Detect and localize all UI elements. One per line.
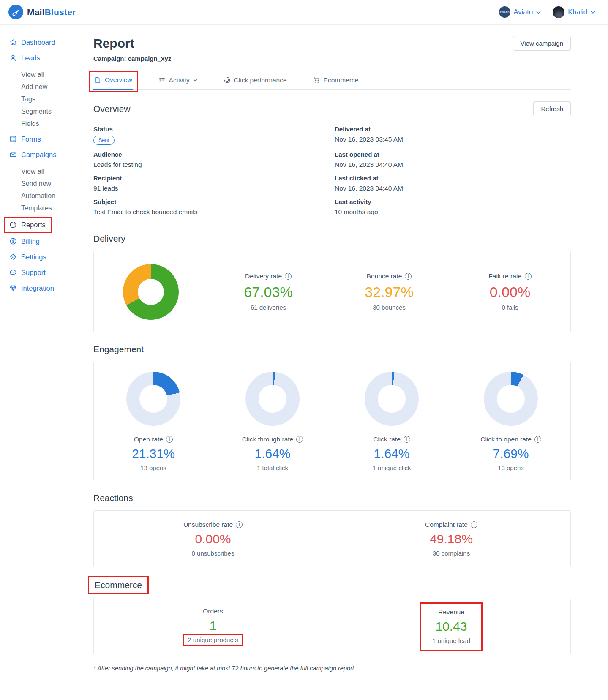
stat-label: Bounce rate	[367, 272, 402, 280]
stat-sub: 0 fails	[450, 304, 570, 311]
file-icon	[94, 76, 101, 84]
field-recipient: Recipient 91 leads	[93, 174, 335, 192]
click-rate-donut-chart	[365, 372, 419, 426]
sidebar-item-settings[interactable]: Settings	[9, 253, 87, 261]
open-rate-donut-chart	[126, 372, 180, 426]
engagement-card: Open rate 21.31% 13 opens Click through …	[93, 362, 571, 481]
sidebar-item-support[interactable]: Support	[9, 268, 87, 277]
open-rate-stat: Open rate 21.31% 13 opens	[94, 372, 213, 471]
stat-label: Click through rate	[242, 436, 293, 443]
sidebar: Dashboard Leads View all Add new Tags Se…	[0, 25, 87, 316]
sidebar-item-billing[interactable]: Billing	[9, 237, 87, 245]
sidebar-item-label: Dashboard	[21, 38, 55, 46]
paper-plane-icon	[8, 5, 23, 19]
info-icon[interactable]	[471, 521, 477, 528]
mailbluster-logo[interactable]: MailBluster	[8, 5, 76, 19]
view-campaign-button[interactable]: View campaign	[513, 36, 571, 51]
stat-sub: 13 opens	[94, 464, 213, 471]
sidebar-subitem-templates[interactable]: Templates	[21, 203, 87, 214]
sidebar-subitem-view-all[interactable]: View all	[21, 69, 87, 80]
gear-icon	[9, 253, 17, 261]
refresh-button[interactable]: Refresh	[533, 101, 571, 116]
tab-ecommerce[interactable]: Ecommerce	[312, 73, 360, 89]
info-icon[interactable]	[285, 273, 292, 280]
tab-label: Ecommerce	[324, 76, 359, 84]
ecommerce-card: Orders 1 2 unique products Revenue 10.43…	[93, 599, 571, 654]
annotation-box-reports: Reports	[4, 217, 52, 233]
info-icon[interactable]	[534, 436, 541, 443]
stat-label: Revenue	[432, 608, 470, 616]
sidebar-subitem-automation[interactable]: Automation	[21, 191, 87, 202]
tab-activity[interactable]: Activity	[158, 73, 198, 89]
chevron-down-icon	[536, 11, 541, 14]
tab-label: Overview	[105, 76, 132, 84]
sidebar-subitem-view-all[interactable]: View all	[21, 166, 87, 177]
bounce-rate-stat: Bounce rate 32.97% 30 bounces	[329, 272, 450, 311]
stat-sub: 30 complains	[332, 550, 570, 557]
sidebar-subitem-fields[interactable]: Fields	[21, 118, 87, 129]
delivery-donut-chart	[123, 264, 179, 320]
info-icon[interactable]	[405, 273, 412, 280]
sidebar-item-integration[interactable]: Integration	[9, 284, 87, 292]
complaint-rate-stat: Complaint rate 49.18% 30 complains	[332, 521, 570, 557]
sidebar-item-label: Leads	[21, 54, 40, 62]
account-menu[interactable]: AVIATO Aviato	[499, 6, 541, 18]
click-to-open-rate-stat: Click to open rate 7.69% 13 opens	[451, 372, 570, 471]
click-through-rate-donut-chart	[245, 372, 300, 426]
page-title: Report	[93, 36, 171, 51]
sidebar-subitem-send-new[interactable]: Send new	[21, 178, 87, 189]
stat-value: 0.00%	[94, 532, 332, 546]
info-icon[interactable]	[166, 436, 173, 443]
stat-label: Orders	[94, 607, 332, 615]
field-status: Status Sent	[93, 125, 335, 145]
sidebar-item-dashboard[interactable]: Dashboard	[9, 38, 87, 46]
stat-label: Complaint rate	[425, 521, 468, 528]
field-value: Nov 16, 2023 04:40 AM	[335, 161, 571, 169]
stat-value: 21.31%	[94, 447, 213, 461]
unsubscribe-rate-stat: Unsubscribe rate 0.00% 0 unsubscribes	[94, 521, 332, 557]
stat-value: 67.03%	[208, 284, 329, 300]
reactions-heading: Reactions	[93, 493, 133, 503]
stat-value: 1	[94, 618, 332, 633]
sidebar-subitem-add-new[interactable]: Add new	[21, 82, 87, 93]
info-icon[interactable]	[404, 436, 410, 443]
annotation-box-ecommerce-heading: Ecommerce	[88, 576, 149, 594]
field-label: Recipient	[93, 174, 335, 182]
tab-click-performance[interactable]: Click performance	[223, 73, 288, 89]
sidebar-item-campaigns[interactable]: Campaigns	[9, 150, 87, 159]
sidebar-item-label: Reports	[21, 221, 46, 229]
swirl-icon	[224, 76, 231, 84]
stat-value: 49.18%	[332, 532, 570, 546]
field-value: Nov 16, 2023 04:40 AM	[335, 185, 571, 192]
delivery-heading: Delivery	[93, 234, 125, 244]
failure-rate-stat: Failure rate 0.00% 0 fails	[450, 272, 570, 311]
sidebar-item-reports[interactable]: Reports	[9, 221, 46, 229]
campaigns-submenu: View all Send new Automation Templates	[9, 166, 87, 214]
field-label: Status	[93, 125, 335, 133]
sidebar-subitem-segments[interactable]: Segments	[21, 106, 87, 117]
report-footnote: * After sending the campaign, it might t…	[93, 665, 571, 672]
user-menu[interactable]: Khalid	[553, 6, 595, 18]
field-value: Leads for testing	[93, 161, 335, 169]
field-value: Test Email to check bounced emails	[93, 208, 335, 216]
dollar-icon	[9, 237, 17, 245]
main-content: Report Campaign: campaign_xyz View campa…	[87, 25, 608, 686]
stat-label: Click rate	[373, 436, 401, 443]
delivery-card: Delivery rate 67.03% 61 deliveries Bounc…	[93, 251, 571, 332]
sidebar-item-leads[interactable]: Leads	[9, 54, 87, 62]
tab-label: Activity	[169, 76, 190, 84]
tab-overview[interactable]: Overview	[93, 73, 133, 90]
sidebar-item-forms[interactable]: Forms	[9, 135, 87, 143]
stat-label: Click to open rate	[480, 436, 532, 443]
info-icon[interactable]	[296, 436, 303, 443]
campaign-subtitle: Campaign: campaign_xyz	[93, 55, 171, 62]
info-icon[interactable]	[525, 273, 532, 280]
sidebar-item-label: Campaigns	[21, 150, 56, 159]
info-icon[interactable]	[236, 521, 243, 528]
stat-label: Open rate	[134, 436, 163, 443]
chevron-down-icon	[193, 79, 197, 82]
envelope-icon	[9, 151, 17, 158]
sidebar-subitem-tags[interactable]: Tags	[21, 94, 87, 105]
click-to-open-rate-donut-chart	[484, 372, 538, 426]
field-subject: Subject Test Email to check bounced emai…	[93, 198, 335, 216]
